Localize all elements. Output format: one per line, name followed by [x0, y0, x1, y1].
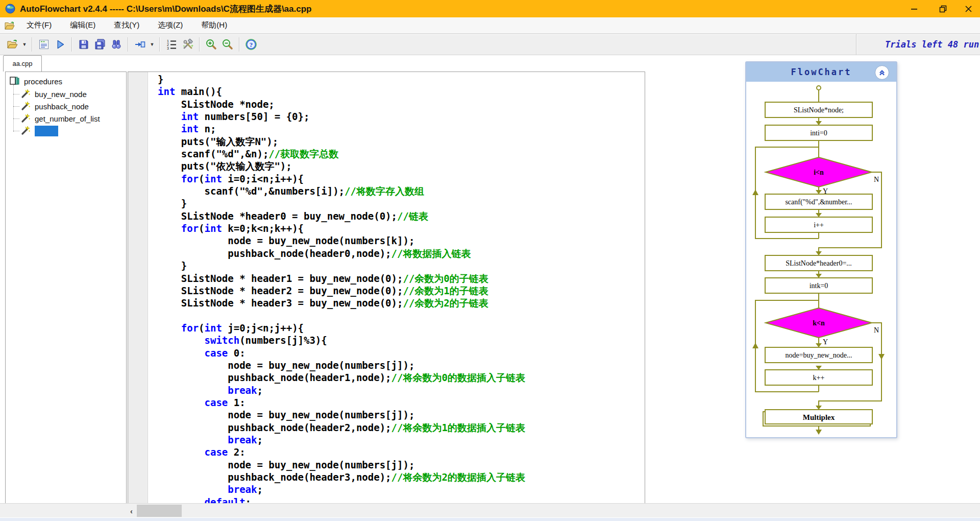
chevron-up-icon	[877, 68, 887, 77]
menu-item[interactable]: 选项(Z)	[153, 18, 188, 33]
flow-label: inti=0	[810, 129, 827, 137]
code-line: SListNode * header1 = buy_new_node(0);//…	[158, 272, 645, 285]
code-line: break;	[158, 384, 645, 396]
open-folder-icon	[4, 21, 15, 30]
code-line: case 2:	[158, 446, 645, 458]
code-line: node = buy_new_node(numbers[j]);	[158, 359, 645, 371]
tree-children: buy_new_nodepushback_nodeget_number_of_l…	[6, 88, 126, 137]
code-editor[interactable]: }int main(){ SListNode *node; int number…	[128, 72, 645, 504]
code-line: default:	[158, 496, 645, 504]
find-icon	[110, 38, 122, 51]
save-button[interactable]	[76, 36, 92, 53]
tree-item-label: get_number_of_list	[35, 114, 100, 123]
collapse-button[interactable]	[875, 65, 889, 80]
code-line: int n;	[158, 123, 645, 135]
help-icon: ?	[245, 38, 257, 51]
find-button[interactable]	[108, 36, 125, 53]
wand-icon	[20, 89, 31, 99]
menu-item[interactable]: 帮助(H)	[196, 18, 232, 33]
wand-icon	[20, 126, 31, 136]
tools-icon	[182, 38, 194, 51]
flow-label: k<n	[813, 319, 825, 327]
tree-connector	[13, 119, 19, 119]
report-icon	[38, 38, 50, 51]
flowchart-header: FlowChart	[746, 62, 896, 82]
restore-button[interactable]	[931, 0, 954, 17]
code-line: for(int j=0;j<n;j++){	[158, 322, 645, 334]
restore-icon	[939, 5, 947, 13]
code-line: scanf("%d",&numbers[i]);//将数字存入数组	[158, 185, 645, 197]
tree-item-get_number_of_list[interactable]: get_number_of_list	[13, 112, 126, 125]
trials-panel: Trials left 48 run	[856, 34, 980, 55]
toolbar: ▼	[0, 34, 980, 55]
code-line: int main(){	[158, 85, 645, 98]
run-icon	[54, 38, 66, 51]
status-strip	[0, 517, 980, 521]
save-all-icon	[94, 38, 106, 51]
code-line: int numbers[50] = {0};	[158, 110, 645, 123]
code-line: scanf("%d",&n);//获取数字总数	[158, 148, 645, 160]
tree-item-label: buy_new_node	[35, 90, 87, 99]
open-dropdown[interactable]: ▼	[20, 36, 29, 53]
tree-root-procedures[interactable]: procedures	[9, 75, 126, 88]
numbered-list-button[interactable]: 1 2 3	[163, 36, 180, 53]
code-line: puts("依次输入数字");	[158, 160, 645, 172]
code-line: case 1:	[158, 396, 645, 409]
tree-item-pushback_node[interactable]: pushback_node	[13, 100, 126, 112]
toolbar-separator	[239, 37, 240, 52]
code-line: }	[158, 259, 645, 272]
tree-connector	[13, 106, 19, 107]
toolbar-separator	[71, 37, 72, 52]
scroll-left-button[interactable]: ‹	[127, 505, 136, 517]
zoom-in-button[interactable]	[203, 36, 219, 53]
svg-text:1: 1	[167, 39, 169, 43]
save-all-button[interactable]	[92, 36, 108, 53]
svg-text:2: 2	[167, 43, 169, 46]
tree-selected-box[interactable]	[35, 126, 58, 136]
flow-label: scanf("%d",&number...	[785, 198, 852, 206]
menu-item[interactable]: 文件(F)	[21, 18, 57, 33]
open-icon	[6, 38, 18, 51]
flow-branch-yes: Y	[823, 187, 828, 195]
close-icon	[965, 5, 972, 13]
report-button[interactable]	[36, 36, 52, 53]
code-lines[interactable]: }int main(){ SListNode *node; int number…	[148, 73, 645, 504]
insert-button[interactable]	[132, 36, 148, 53]
tree-item-buy_new_node[interactable]: buy_new_node	[13, 88, 126, 100]
flow-label: k++	[813, 374, 825, 382]
menu-item[interactable]: 查找(Y)	[109, 18, 144, 33]
tree-connector	[13, 94, 19, 94]
svg-text:3: 3	[167, 46, 169, 50]
insert-dropdown[interactable]: ▼	[148, 36, 156, 53]
toolbar-separator	[159, 37, 160, 52]
toolbar-separator	[32, 37, 33, 52]
minimize-button[interactable]	[902, 0, 926, 17]
zoom-out-icon	[222, 38, 234, 51]
tab-aa-cpp[interactable]: aa.cpp	[3, 55, 42, 72]
close-button[interactable]	[957, 0, 980, 17]
tree-root-label: procedures	[24, 77, 62, 86]
menu-item[interactable]: 编辑(E)	[65, 18, 101, 33]
open-button[interactable]	[4, 36, 20, 53]
flow-label: i++	[814, 221, 824, 229]
flow-label: Multiplex	[803, 413, 835, 421]
code-line: SListNode * header2 = buy_new_node(0);//…	[158, 285, 645, 297]
code-line: case 0:	[158, 347, 645, 359]
tree-item-selected[interactable]	[13, 125, 126, 137]
zoom-out-button[interactable]	[219, 36, 236, 53]
flow-label: SListNode*node;	[794, 106, 844, 114]
tools-button[interactable]	[180, 36, 196, 53]
code-line: node = buy_new_node(numbers[k]);	[158, 234, 645, 247]
run-button[interactable]	[52, 36, 68, 53]
minimize-icon	[911, 5, 918, 12]
help-button[interactable]: ?	[243, 36, 259, 53]
code-line	[158, 310, 645, 322]
horizontal-scrollbar[interactable]: ‹	[0, 503, 980, 518]
toolbar-separator	[128, 37, 129, 52]
code-gutter	[128, 72, 148, 504]
flow-label: intk=0	[810, 282, 828, 290]
code-line: pushback_node(header0,node);//将数据插入链表	[158, 247, 645, 259]
wand-icon	[20, 101, 31, 111]
scroll-thumb[interactable]	[137, 505, 182, 517]
menu-items: 文件(F)编辑(E)查找(Y)选项(Z)帮助(H)	[21, 18, 240, 33]
